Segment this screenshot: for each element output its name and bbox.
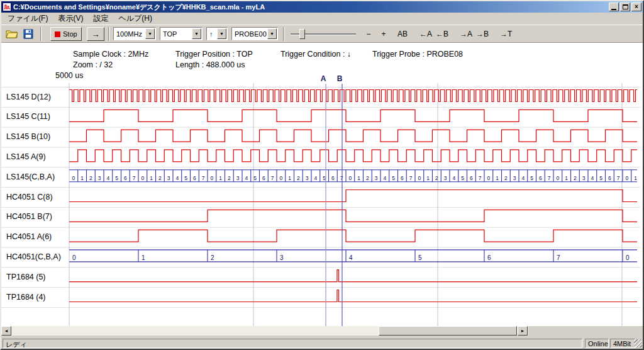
svg-text:6: 6 [608,175,611,181]
svg-text:1: 1 [426,175,430,181]
menu-item-2[interactable]: 設定 [88,12,113,25]
trigger-position-combo[interactable]: TOP ▼ [160,27,203,40]
svg-text:7: 7 [409,175,413,181]
svg-text:4: 4 [245,175,248,181]
scroll-right-button[interactable]: ► [518,326,528,336]
trigger-probe-combo[interactable]: PROBE00 ▼ [231,27,278,40]
svg-text:5: 5 [184,175,187,181]
maximize-button[interactable] [620,3,630,11]
svg-text:6: 6 [487,254,491,261]
svg-text:2: 2 [211,254,214,261]
svg-text:5: 5 [392,175,395,181]
svg-text:5: 5 [253,175,257,181]
svg-text:0: 0 [349,175,352,181]
svg-text:2: 2 [297,175,300,181]
svg-text:5: 5 [530,175,533,181]
svg-text:3: 3 [98,175,101,181]
svg-text:5: 5 [418,254,422,261]
svg-text:3: 3 [280,254,284,261]
svg-text:4: 4 [107,175,110,181]
toolbar-separator [40,27,42,41]
run-button[interactable]: → [87,27,104,41]
svg-text:0: 0 [280,175,283,181]
svg-text:0: 0 [72,254,76,261]
svg-text:7: 7 [479,175,482,181]
svg-text:4: 4 [453,175,456,181]
chevron-down-icon[interactable]: ▼ [217,28,226,39]
length-info: Length : 488.000 us [175,60,245,69]
svg-text:4: 4 [314,175,318,181]
move-b-right-button[interactable]: →B [474,27,491,41]
save-file-button[interactable] [21,27,35,41]
minimize-button[interactable] [609,3,619,11]
svg-text:7: 7 [202,175,205,181]
svg-text:5: 5 [461,175,464,181]
trigger-position-info: Trigger Position : TOP [175,50,253,59]
trigger-edge-combo[interactable]: ↑ ▼ [206,27,228,40]
zoom-info: Zoom : / 32 [73,60,113,69]
svg-text:2: 2 [366,175,369,181]
title-bar[interactable]: C:¥Documents and Settings¥noname¥デスクトップ¥… [1,1,643,13]
cursor-nav-buttons: −+AB←A←B→A→B→T [361,27,514,41]
svg-text:5: 5 [115,175,118,181]
svg-text:1: 1 [219,175,222,181]
menu-item-3[interactable]: ヘルプ(H) [113,12,157,25]
svg-text:7: 7 [617,175,620,181]
open-file-button[interactable] [5,27,19,41]
resize-grip[interactable] [634,339,642,347]
maximize-icon [623,4,628,9]
folder-icon [6,29,18,39]
svg-text:6: 6 [124,175,127,181]
svg-text:3: 3 [582,175,586,181]
sample-clock-combo[interactable]: 100MHz ▼ [113,27,156,40]
svg-text:3: 3 [375,175,378,181]
svg-text:7: 7 [271,175,274,181]
chevron-down-icon[interactable]: ▼ [192,28,201,39]
svg-text:0: 0 [418,175,421,181]
status-message: レディ [3,339,582,348]
trigger-edge-value: ↑ [207,30,217,38]
sample-clock-info: Sample Clock : 2MHz [73,50,148,59]
chevron-down-icon[interactable]: ▼ [145,28,155,39]
run-arrow-icon: → [92,30,100,39]
window-controls: × [609,3,641,11]
move-a-left-button[interactable]: ←A [418,27,434,41]
toolbar-separator [283,27,284,41]
stop-button[interactable]: Stop [50,27,82,41]
slider-thumb[interactable] [299,29,305,39]
goto-trigger-button[interactable]: →T [498,27,514,41]
svg-text:4: 4 [384,175,387,181]
chevron-down-icon[interactable]: ▼ [267,28,277,39]
svg-text:1: 1 [357,175,360,181]
move-a-right-button[interactable]: →A [458,27,474,41]
svg-text:4: 4 [522,175,525,181]
svg-text:4: 4 [176,175,179,181]
zoom-in-button[interactable]: + [376,27,391,41]
svg-text:3: 3 [306,175,309,181]
horizontal-scrollbar[interactable]: ◄ ► [1,326,528,336]
svg-text:3: 3 [236,175,240,181]
scroll-thumb[interactable] [379,326,517,336]
close-button[interactable]: × [631,3,641,11]
menu-item-0[interactable]: ファイル(F) [3,12,53,25]
svg-text:7: 7 [133,175,136,181]
svg-text:0: 0 [557,175,560,181]
ab-range-button[interactable]: AB [395,27,410,41]
move-b-left-button[interactable]: ←B [434,27,450,41]
svg-text:6: 6 [193,175,196,181]
svg-text:0: 0 [626,254,630,261]
close-icon: × [635,4,638,10]
svg-text:7: 7 [548,175,551,181]
app-icon [3,3,11,11]
svg-text:1: 1 [565,175,568,181]
svg-text:2: 2 [504,175,508,181]
zoom-slider[interactable] [291,27,356,41]
menu-item-1[interactable]: 表示(V) [53,12,88,25]
svg-text:4: 4 [349,254,353,261]
window-title: C:¥Documents and Settings¥noname¥デスクトップ¥… [13,3,607,12]
zoom-out-button[interactable]: − [361,27,376,41]
svg-text:3: 3 [167,175,170,181]
svg-text:1: 1 [80,175,84,181]
scroll-left-button[interactable]: ◄ [1,326,11,336]
status-bar: レディ Online 4MBit [1,337,643,349]
